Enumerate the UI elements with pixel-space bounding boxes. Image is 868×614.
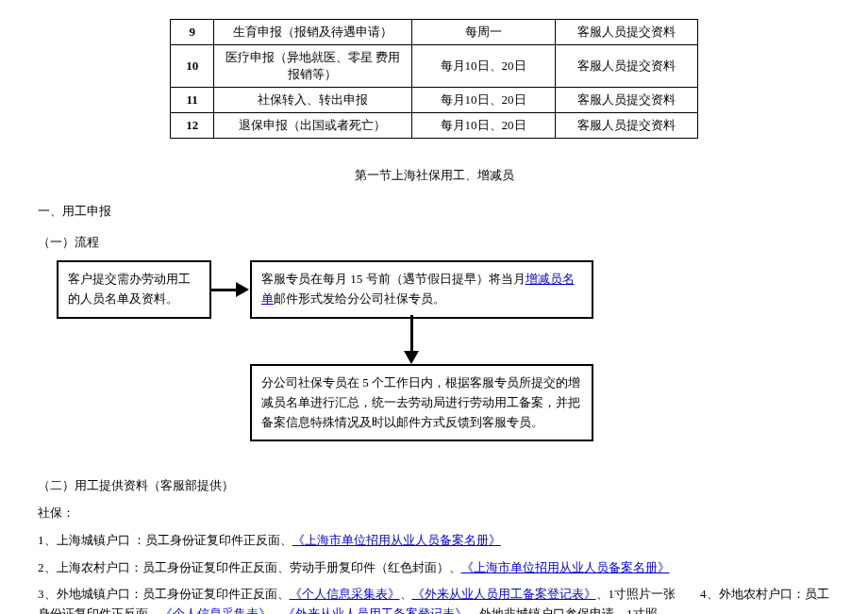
row-desc: 社保转入、转出申报 (214, 88, 411, 113)
material-3-text-pre: 3、外地城镇户口：员工身份证复印件正反面、 (38, 587, 290, 601)
material-4-link-1[interactable]: 《个人信息采集表》 (160, 606, 271, 614)
material-1-text: 1、上海城镇户口 ：员工身份证复印件正反面、 (38, 533, 292, 547)
row-who: 客服人员提交资料 (555, 88, 697, 113)
arrow-right-line (209, 289, 236, 291)
row-date: 每月10日、20日 (411, 88, 555, 113)
row-num: 10 (171, 45, 214, 88)
row-desc: 退保申报（出国或者死亡） (214, 113, 411, 139)
material-1-link[interactable]: 《上海市单位招用从业人员备案名册》 (292, 533, 501, 547)
flow-box-1: 客户提交需办劳动用工的人员名单及资料。 (57, 260, 211, 319)
material-4-text-end: 、外地非城镇户口参保申请、1寸照 (467, 606, 658, 614)
arrow-down-line (410, 315, 413, 351)
material-item-2: 2、上海农村户口：员工身份证复印件正反面、劳动手册复印件（红色封面）、《上海市单… (38, 558, 830, 578)
heading-level-2: （一）流程 (38, 234, 830, 251)
heading-level-1: 一、用工申报 (38, 203, 830, 220)
flow-box-2-text-pre: 客服专员在每月 15 号前（遇节假日提早）将当月 (261, 272, 526, 286)
row-who: 客服人员提交资料 (555, 113, 697, 139)
schedule-table: 9 生育申报（报销及待遇申请） 每周一 客服人员提交资料 10 医疗申报（异地就… (170, 19, 698, 139)
table-row: 9 生育申报（报销及待遇申请） 每周一 客服人员提交资料 (171, 20, 698, 45)
row-num: 9 (171, 20, 214, 45)
row-desc: 医疗申报（异地就医、零星 费用报销等） (214, 45, 411, 88)
arrow-down-head-icon (404, 351, 419, 364)
row-who: 客服人员提交资料 (555, 45, 697, 88)
material-4-link-2[interactable]: 《外来从业人员用工备案登记表》 (283, 606, 467, 614)
shebao-label: 社保： (38, 504, 830, 523)
material-item-3-4: 3、外地城镇户口：员工身份证复印件正反面、《个人信息采集表》、《外来从业人员用工… (38, 585, 830, 614)
material-3-link-1[interactable]: 《个人信息采集表》 (290, 587, 400, 601)
material-item-1: 1、上海城镇户口 ：员工身份证复印件正反面、《上海市单位招用从业人员备案名册》 (38, 531, 830, 551)
row-num: 11 (171, 88, 214, 113)
flow-box-3: 分公司社保专员在 5 个工作日内，根据客服专员所提交的增减员名单进行汇总，统一去… (250, 364, 593, 441)
arrow-right-head-icon (236, 282, 249, 297)
table-row: 11 社保转入、转出申报 每月10日、20日 客服人员提交资料 (171, 88, 698, 113)
material-3-sep-1: 、 (400, 587, 412, 601)
row-desc: 生育申报（报销及待遇申请） (214, 20, 411, 45)
table-row: 10 医疗申报（异地就医、零星 费用报销等） 每月10日、20日 客服人员提交资… (171, 45, 698, 88)
row-who: 客服人员提交资料 (555, 20, 697, 45)
materials-section: 社保： 1、上海城镇户口 ：员工身份证复印件正反面、《上海市单位招用从业人员备案… (38, 504, 830, 614)
flow-box-2-text-post: 邮件形式发给分公司社保专员。 (274, 291, 445, 306)
table-row: 12 退保申报（出国或者死亡） 每月10日、20日 客服人员提交资料 (171, 113, 698, 139)
material-2-text: 2、上海农村户口：员工身份证复印件正反面、劳动手册复印件（红色封面）、 (38, 560, 461, 574)
flowchart: 客户提交需办劳动用工的人员名单及资料。 客服专员在每月 15 号前（遇节假日提早… (38, 260, 811, 458)
row-num: 12 (171, 113, 214, 139)
section-title: 第一节上海社保用工、增减员 (38, 167, 830, 184)
material-4-sep: 、 (271, 606, 283, 614)
row-date: 每月10日、20日 (411, 45, 555, 88)
heading-level-2: （二）用工提供资料（客服部提供） (38, 477, 830, 494)
row-date: 每周一 (411, 20, 555, 45)
row-date: 每月10日、20日 (411, 113, 555, 139)
material-3-link-2[interactable]: 《外来从业人员用工备案登记表》 (412, 587, 596, 601)
flow-box-2: 客服专员在每月 15 号前（遇节假日提早）将当月增减员名单邮件形式发给分公司社保… (250, 260, 593, 319)
material-2-link[interactable]: 《上海市单位招用从业人员备案名册》 (461, 560, 670, 574)
